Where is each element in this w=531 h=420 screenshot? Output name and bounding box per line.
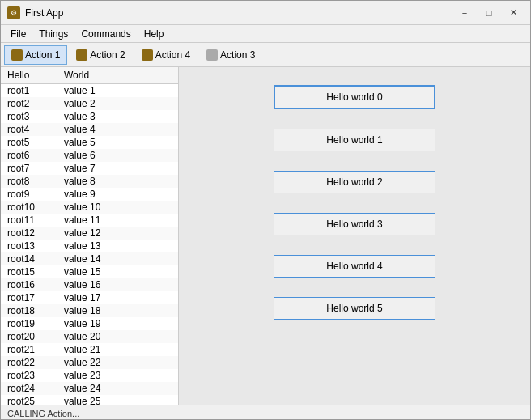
list-cell-key: root12	[1, 227, 57, 239]
list-cell-key: root2	[1, 98, 57, 109]
list-cell-value: value 16	[57, 279, 178, 291]
col-header-world: World	[57, 67, 178, 83]
list-cell-key: root3	[1, 111, 57, 122]
list-row[interactable]: root14value 14	[1, 252, 178, 265]
list-cell-key: root15	[1, 266, 57, 278]
list-cell-key: root14	[1, 253, 57, 265]
list-cell-value: value 7	[57, 163, 178, 174]
hello-button-4[interactable]: Hello world 4	[274, 255, 435, 278]
list-cell-value: value 18	[57, 305, 178, 316]
list-cell-value: value 24	[57, 383, 178, 394]
list-cell-value: value 4	[57, 124, 178, 135]
list-row[interactable]: root18value 18	[1, 304, 178, 317]
left-list[interactable]: root1value 1root2value 2root3value 3root…	[1, 84, 178, 405]
list-cell-value: value 11	[57, 214, 178, 226]
app-icon: ⚙	[7, 6, 20, 19]
toolbar-btn-label-2: Action 4	[155, 49, 190, 61]
list-row[interactable]: root6value 6	[1, 149, 178, 162]
list-row[interactable]: root16value 16	[1, 278, 178, 291]
close-button[interactable]: ✕	[503, 5, 524, 21]
list-cell-key: root6	[1, 150, 57, 161]
list-row[interactable]: root1value 1	[1, 84, 178, 97]
list-cell-value: value 6	[57, 150, 178, 161]
hello-button-0[interactable]: Hello world 0	[274, 85, 435, 109]
list-row[interactable]: root25value 25	[1, 395, 178, 405]
list-cell-key: root19	[1, 318, 57, 329]
list-cell-key: root23	[1, 370, 57, 381]
list-row[interactable]: root21value 21	[1, 343, 178, 356]
list-cell-value: value 2	[57, 98, 178, 109]
menu-item-file[interactable]: File	[4, 27, 32, 41]
list-cell-value: value 17	[57, 292, 178, 303]
toolbar-btn-3[interactable]: Action 3	[199, 45, 262, 65]
list-row[interactable]: root4value 4	[1, 123, 178, 136]
list-cell-key: root22	[1, 357, 57, 368]
hello-button-1[interactable]: Hello world 1	[274, 129, 435, 151]
list-row[interactable]: root11value 11	[1, 214, 178, 227]
menu-item-things[interactable]: Things	[32, 27, 74, 41]
list-cell-value: value 21	[57, 344, 178, 355]
hello-button-2[interactable]: Hello world 2	[274, 171, 435, 193]
minimize-button[interactable]: −	[454, 5, 475, 21]
list-row[interactable]: root24value 24	[1, 382, 178, 395]
list-cell-key: root16	[1, 279, 57, 291]
list-cell-value: value 13	[57, 240, 178, 252]
left-panel: Hello World root1value 1root2value 2root…	[1, 67, 179, 405]
hello-button-5[interactable]: Hello world 5	[274, 297, 435, 320]
list-row[interactable]: root5value 5	[1, 136, 178, 149]
menu-bar: FileThingsCommandsHelp	[1, 25, 530, 43]
list-cell-value: value 1	[57, 85, 178, 96]
list-cell-key: root21	[1, 344, 57, 355]
status-bar: CALLING Action...	[1, 405, 530, 420]
list-cell-key: root9	[1, 189, 57, 200]
list-row[interactable]: root8value 8	[1, 175, 178, 188]
menu-item-commands[interactable]: Commands	[74, 27, 137, 41]
list-row[interactable]: root23value 23	[1, 369, 178, 382]
list-cell-value: value 12	[57, 227, 178, 239]
list-cell-key: root24	[1, 383, 57, 394]
list-row[interactable]: root22value 22	[1, 356, 178, 369]
list-cell-value: value 9	[57, 189, 178, 200]
list-cell-value: value 22	[57, 357, 178, 368]
list-row[interactable]: root13value 13	[1, 240, 178, 252]
list-row[interactable]: root3value 3	[1, 110, 178, 123]
col-header-hello: Hello	[1, 67, 57, 83]
list-row[interactable]: root17value 17	[1, 291, 178, 304]
toolbar-btn-2[interactable]: Action 4	[134, 45, 198, 65]
toolbar-btn-label-1: Action 2	[90, 49, 125, 61]
window-controls: − □ ✕	[454, 5, 524, 21]
hello-button-3[interactable]: Hello world 3	[274, 213, 435, 235]
list-cell-key: root25	[1, 396, 57, 405]
list-row[interactable]: root19value 19	[1, 317, 178, 330]
title-bar: ⚙ First App − □ ✕	[1, 1, 530, 25]
toolbar-icon-0	[11, 49, 23, 61]
list-row[interactable]: root15value 15	[1, 265, 178, 278]
list-cell-value: value 25	[57, 396, 178, 405]
toolbar-btn-label-0: Action 1	[25, 49, 60, 61]
list-row[interactable]: root10value 10	[1, 201, 178, 214]
list-cell-value: value 15	[57, 266, 178, 278]
list-row[interactable]: root12value 12	[1, 227, 178, 240]
list-cell-value: value 23	[57, 370, 178, 381]
list-row[interactable]: root2value 2	[1, 97, 178, 110]
list-cell-value: value 14	[57, 253, 178, 265]
menu-item-help[interactable]: Help	[138, 27, 171, 41]
list-row[interactable]: root9value 9	[1, 188, 178, 201]
list-cell-key: root17	[1, 292, 57, 303]
list-cell-value: value 5	[57, 137, 178, 148]
list-cell-key: root7	[1, 163, 57, 174]
list-row[interactable]: root20value 20	[1, 330, 178, 343]
list-cell-key: root10	[1, 202, 57, 213]
list-cell-value: value 19	[57, 318, 178, 329]
list-cell-key: root5	[1, 137, 57, 148]
list-cell-value: value 10	[57, 202, 178, 213]
right-panel[interactable]: Hello world 0Hello world 1Hello world 2H…	[179, 67, 530, 405]
list-row[interactable]: root7value 7	[1, 162, 178, 175]
toolbar: Action 1Action 2Action 4Action 3	[1, 43, 530, 67]
list-cell-key: root20	[1, 331, 57, 342]
list-cell-key: root8	[1, 176, 57, 187]
toolbar-btn-1[interactable]: Action 2	[69, 45, 132, 65]
maximize-button[interactable]: □	[478, 5, 499, 21]
status-text: CALLING Action...	[7, 409, 79, 418]
toolbar-btn-0[interactable]: Action 1	[4, 45, 67, 65]
